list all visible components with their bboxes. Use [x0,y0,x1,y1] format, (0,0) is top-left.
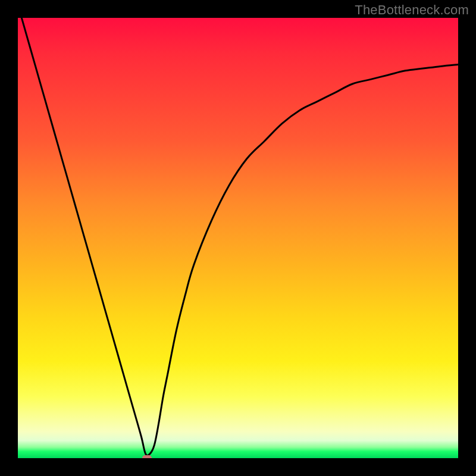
plot-area [18,18,458,458]
bottleneck-curve [18,18,458,458]
chart-frame: TheBottleneck.com [0,0,476,476]
watermark-text: TheBottleneck.com [355,2,469,18]
optimum-marker [142,455,152,458]
